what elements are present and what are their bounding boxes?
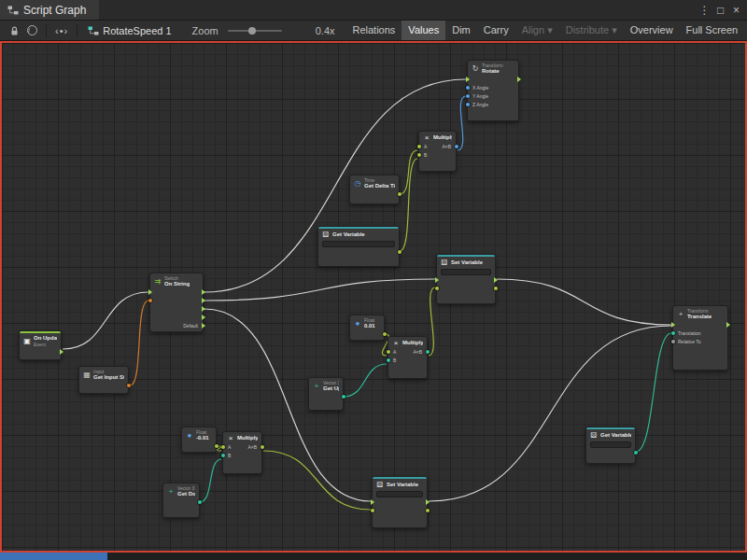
output-port[interactable] [398,250,402,254]
input-port[interactable] [148,289,152,295]
wire-flow[interactable] [204,279,435,301]
info-icon[interactable]: i [27,25,37,35]
port-label: A×B [413,348,422,357]
variable-name-field[interactable] [322,241,395,247]
port-row [318,248,399,257]
node-multiply-top[interactable]: ×MultiplyAA×BB [418,131,457,172]
output-port[interactable] [494,287,498,290]
node-transform-rotate[interactable]: ↻TransformRotateX AngleY AngleZ Angle [467,60,519,121]
wire-vector[interactable] [636,333,671,452]
node-get-variable-top[interactable]: ⚄Get Variable [317,226,400,267]
toolbar-button-relations[interactable]: Relations [346,21,402,40]
horizontal-scrollbar[interactable] [0,553,747,560]
wire-flow[interactable] [429,326,671,501]
output-port[interactable] [202,315,205,320]
toolbar-button-overview[interactable]: Overview [624,21,680,40]
port-row [437,285,495,293]
node-on-update-event[interactable]: ▣On UpdateEvent [19,330,62,360]
node-get-variable-right[interactable]: ⚄Get Variable [585,427,636,464]
node-float-literal-neg001[interactable]: ●Float-0.01 [181,427,217,453]
toolbar-button-align[interactable]: Align ▾ [515,21,559,40]
node-float-literal-001[interactable]: ●Float0.01 [349,315,385,341]
lock-icon[interactable] [9,25,20,36]
zoom-to-fit-icon[interactable]: ‹•› [55,25,68,36]
input-port[interactable] [371,509,374,512]
wire-float[interactable] [400,150,417,194]
node-input-get-input-string[interactable]: ▦InputGet Input String [78,366,129,394]
output-port[interactable] [383,332,387,336]
zoom-slider[interactable] [228,30,282,32]
wire-angle[interactable] [458,96,466,150]
toolbar-button-distribute[interactable]: Distribute ▾ [559,21,624,40]
output-port[interactable] [202,323,205,329]
input-port[interactable] [387,358,390,362]
wire-float[interactable] [429,287,435,356]
graph-asset-chip[interactable]: RotateSpeed 1 [88,25,171,36]
node-transform-translate[interactable]: +TransformTranslateTranslationRelative T… [672,305,728,371]
output-port[interactable] [426,350,430,354]
input-port[interactable] [466,86,470,90]
input-port[interactable] [148,299,152,302]
variable-name-field[interactable] [376,491,423,497]
input-port[interactable] [221,445,225,449]
output-port[interactable] [634,451,638,455]
input-port[interactable] [417,153,421,157]
toolbar-button-values[interactable]: Values [402,21,445,40]
output-port[interactable] [342,395,345,399]
input-port[interactable] [435,287,439,290]
zoom-slider-thumb[interactable] [248,27,256,35]
input-port[interactable] [371,499,374,505]
output-port[interactable] [726,322,730,328]
variable-name-field[interactable] [441,269,491,275]
output-port[interactable] [198,500,202,504]
input-port[interactable] [671,340,675,343]
output-port[interactable] [398,192,402,196]
scrollbar-thumb[interactable] [0,553,107,560]
node-multiply-middle[interactable]: ×MultiplyAA×BB [388,336,428,379]
output-port[interactable] [426,509,430,512]
node-multiply-bottom[interactable]: ×MultiplyAA×BB [222,431,262,474]
menu-icon[interactable]: ⋮ [697,4,712,17]
output-port[interactable] [261,445,264,449]
node-vector3-get-up[interactable]: +Vector 3Get Up [308,377,344,411]
output-port[interactable] [215,444,218,448]
wire-float[interactable] [263,451,371,510]
wire-vector[interactable] [344,364,387,397]
output-port[interactable] [202,306,205,312]
input-port[interactable] [466,77,470,82]
rotate-icon: ↻ [472,64,479,73]
close-icon[interactable]: × [728,4,744,17]
input-port[interactable] [221,454,225,457]
output-port[interactable] [127,384,131,387]
node-vector3-get-down[interactable]: +Vector 3Get Down [162,483,200,518]
node-time-get-delta-time[interactable]: ◷TimeGet Delta Time [349,175,400,204]
toolbar-button-full-screen[interactable]: Full Screen [680,21,745,40]
graph-canvas[interactable]: ▣On UpdateEvent▦InputGet Input String⇉Sw… [0,41,747,553]
variable-name-field[interactable] [590,441,631,448]
wire-flow[interactable] [63,292,148,349]
node-set-variable-top[interactable]: ⚄Set Variable [436,254,496,304]
node-switch-on-string[interactable]: ⇉SwitchOn StringDefault [149,273,204,332]
wire-flow[interactable] [497,279,671,325]
toolbar-button-carry[interactable]: Carry [477,21,515,40]
input-port[interactable] [671,322,675,328]
tab-script-graph[interactable]: Script Graph [0,0,99,20]
input-port[interactable] [417,145,421,148]
input-port[interactable] [671,331,675,335]
output-port[interactable] [517,77,521,82]
input-port[interactable] [466,94,470,98]
toolbar-button-dim[interactable]: Dim [445,21,477,40]
input-port[interactable] [466,103,470,106]
output-port[interactable] [202,298,205,303]
node-set-variable-bottom[interactable]: ⚄Set Variable [372,476,428,528]
output-port[interactable] [426,499,430,505]
input-port[interactable] [435,277,439,283]
output-port[interactable] [494,277,498,283]
maximize-icon[interactable]: □ [712,4,728,17]
output-port[interactable] [202,289,205,295]
input-port[interactable] [387,350,390,354]
output-port[interactable] [455,145,458,148]
output-port[interactable] [60,349,63,355]
wire-string[interactable] [130,301,148,385]
wire-vector[interactable] [200,459,221,502]
